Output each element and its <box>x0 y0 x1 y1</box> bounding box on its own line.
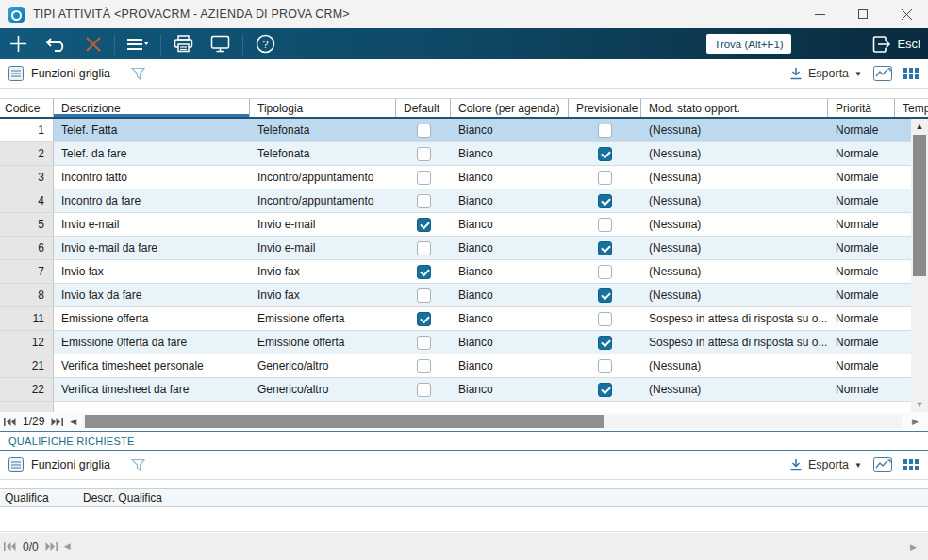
cell-tempo[interactable] <box>895 213 911 236</box>
table-row[interactable]: 22 Verifica timesheet da fare Generico/a… <box>0 378 911 402</box>
table-row[interactable]: 5 Invio e-mail Invio e-mail Bianco (Ness… <box>0 213 911 237</box>
default-checkbox[interactable] <box>417 265 431 279</box>
cell-colore[interactable]: Bianco <box>451 284 569 306</box>
cell-mod-stato[interactable]: (Nessuna) <box>641 237 828 259</box>
column-header-descrizione[interactable]: Descrizione <box>54 99 250 117</box>
cell-tempo[interactable] <box>895 260 911 283</box>
cell-tempo[interactable] <box>895 402 911 412</box>
table-row[interactable]: 21 Verifica timesheet personale Generico… <box>0 354 911 378</box>
cell-descrizione[interactable]: Emissione offerta <box>54 307 250 330</box>
column-header-qualifica[interactable]: Qualifica <box>0 489 75 506</box>
default-checkbox[interactable] <box>417 241 431 255</box>
chart-icon[interactable] <box>873 66 892 81</box>
cell-colore[interactable] <box>451 402 569 412</box>
previsionale-checkbox[interactable] <box>598 359 612 373</box>
cell-tipologia[interactable]: Incontro/appuntamento <box>250 189 396 212</box>
table-row[interactable]: 12 Emissione 0fferta da fare Emissione o… <box>0 331 911 354</box>
table-row[interactable]: 11 Emissione offerta Emissione offerta B… <box>0 307 911 331</box>
cell-codice[interactable]: 5 <box>0 213 54 236</box>
cell-codice[interactable]: 12 <box>0 331 54 354</box>
cell-tempo[interactable] <box>895 378 911 401</box>
cell-tipologia[interactable]: Invio fax <box>250 284 396 306</box>
cell-colore[interactable]: Bianco <box>451 354 569 377</box>
default-checkbox[interactable] <box>417 147 431 161</box>
print-button[interactable] <box>165 28 202 59</box>
cell-mod-stato[interactable]: (Nessuna) <box>641 260 828 283</box>
cell-codice[interactable]: 1 <box>0 119 54 141</box>
cell-tipologia[interactable]: Telefonata <box>250 142 396 165</box>
last-page-icon[interactable] <box>51 418 63 426</box>
default-checkbox[interactable] <box>417 312 431 326</box>
tiles-icon[interactable] <box>903 458 919 472</box>
cell-tempo[interactable] <box>895 166 911 189</box>
cell-tipologia[interactable]: Invio fax <box>250 260 396 283</box>
filter-icon[interactable] <box>131 458 145 472</box>
horizontal-scrollbar[interactable] <box>83 415 902 428</box>
cell-tipologia[interactable] <box>250 402 396 412</box>
cell-priorita[interactable]: Normale <box>828 378 895 401</box>
add-button[interactable] <box>0 28 37 59</box>
exit-button[interactable]: Esci <box>872 32 920 56</box>
cell-priorita[interactable]: Normale <box>828 284 895 306</box>
tiles-icon[interactable] <box>903 67 919 81</box>
cell-priorita[interactable]: Normale <box>828 307 895 330</box>
last-page-icon[interactable] <box>45 542 58 551</box>
undo-button[interactable] <box>37 28 76 59</box>
column-header-tipologia[interactable]: Tipologia <box>250 99 396 117</box>
cell-tempo[interactable] <box>895 142 911 165</box>
scroll-right-icon[interactable]: ▶ <box>910 542 917 552</box>
cell-tipologia[interactable]: Generico/altro <box>250 378 396 401</box>
column-header-codice[interactable]: Codice <box>0 99 54 117</box>
cell-descrizione[interactable]: Incontro fatto <box>54 166 250 189</box>
first-page-icon[interactable] <box>4 542 16 551</box>
previsionale-checkbox[interactable] <box>598 265 612 279</box>
scroll-right-icon[interactable]: ▶ <box>912 417 919 426</box>
chart-icon[interactable] <box>873 457 892 472</box>
cell-codice[interactable]: 21 <box>0 354 54 377</box>
cell-mod-stato[interactable]: Sospeso in attesa di risposta su o... <box>641 331 828 354</box>
cell-mod-stato[interactable]: (Nessuna) <box>641 189 828 212</box>
cell-tipologia[interactable]: Incontro/appuntamento <box>250 166 396 189</box>
export-button[interactable]: Esporta ▼ <box>789 67 862 80</box>
column-header-colore[interactable]: Colore (per agenda) <box>451 99 569 117</box>
cell-tipologia[interactable]: Invio e-mail <box>250 237 396 259</box>
cell-descrizione[interactable]: Telef. Fatta <box>54 119 250 141</box>
previsionale-checkbox[interactable] <box>598 147 612 161</box>
column-header-default[interactable]: Default <box>396 99 451 117</box>
previsionale-checkbox[interactable] <box>598 288 612 303</box>
scroll-left-icon[interactable]: ◀ <box>70 418 76 426</box>
cell-colore[interactable]: Bianco <box>451 213 569 236</box>
cell-descrizione[interactable]: Verifica timesheet personale <box>54 354 250 377</box>
column-header-tempo[interactable]: Temp <box>895 99 928 117</box>
cell-colore[interactable]: Bianco <box>451 331 569 354</box>
cell-colore[interactable]: Bianco <box>451 307 569 330</box>
scroll-up-icon[interactable]: ▲ <box>911 119 928 134</box>
cell-colore[interactable]: Bianco <box>451 189 569 212</box>
cell-descrizione[interactable]: Invio e-mail da fare <box>54 237 250 259</box>
cell-priorita[interactable]: Normale <box>828 260 895 283</box>
cell-codice[interactable] <box>0 402 54 412</box>
cell-tipologia[interactable]: Generico/altro <box>250 354 396 377</box>
previsionale-checkbox[interactable] <box>598 194 612 208</box>
cell-mod-stato[interactable]: (Nessuna) <box>641 119 828 141</box>
cell-colore[interactable]: Bianco <box>451 166 569 189</box>
cell-priorita[interactable]: Normale <box>828 142 895 165</box>
help-button[interactable]: ? <box>247 28 284 59</box>
cell-tipologia[interactable]: Invio e-mail <box>250 213 396 236</box>
find-shortcut-box[interactable]: Trova (Alt+F1) <box>706 34 791 54</box>
previsionale-checkbox[interactable] <box>598 171 612 185</box>
menu-button[interactable] <box>119 28 157 59</box>
cell-priorita[interactable]: Normale <box>828 331 895 354</box>
previsionale-checkbox[interactable] <box>598 241 612 255</box>
first-page-icon[interactable] <box>4 418 16 426</box>
horizontal-scrollbar-thumb[interactable] <box>85 415 604 428</box>
cell-mod-stato[interactable]: Sospeso in attesa di risposta su o... <box>641 307 828 330</box>
cell-descrizione[interactable]: Emissione 0fferta da fare <box>54 331 250 354</box>
cell-tempo[interactable] <box>895 331 911 354</box>
cell-mod-stato[interactable]: (Nessuna) <box>641 354 828 377</box>
cell-mod-stato[interactable]: (Nessuna) <box>641 378 828 401</box>
cell-tipologia[interactable]: Emissione offerta <box>250 331 396 354</box>
cell-priorita[interactable]: Normale <box>828 166 895 189</box>
cell-codice[interactable]: 7 <box>0 260 54 283</box>
default-checkbox[interactable] <box>417 218 431 232</box>
